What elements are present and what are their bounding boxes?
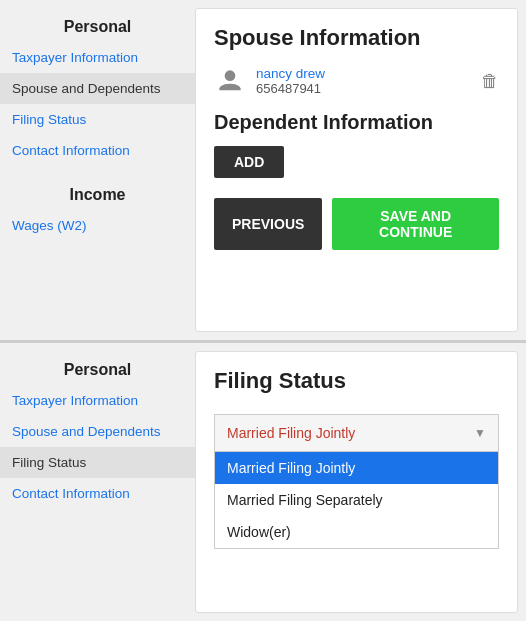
filing-status-title: Filing Status [214, 368, 499, 394]
dropdown-option-widow[interactable]: Widow(er) [215, 516, 498, 548]
spouse-phone: 656487941 [256, 81, 473, 96]
select-value: Married Filing Jointly [227, 425, 355, 441]
sidebar-bottom-spouse[interactable]: Spouse and Dependents [0, 416, 195, 447]
sidebar-bottom-filing[interactable]: Filing Status [0, 447, 195, 478]
dropdown-list: Married Filing Jointly Married Filing Se… [214, 452, 499, 549]
sidebar-bottom-taxpayer[interactable]: Taxpayer Information [0, 385, 195, 416]
sidebar-income-title: Income [0, 178, 195, 210]
spouse-panel: Spouse Information nancy drew 656487941 … [195, 8, 518, 332]
sidebar-top: Personal Taxpayer Information Spouse and… [0, 0, 195, 340]
chevron-down-icon: ▼ [474, 426, 486, 440]
sidebar-item-taxpayer-info[interactable]: Taxpayer Information [0, 42, 195, 73]
action-buttons: PREVIOUS SAVE AND CONTINUE [214, 198, 499, 250]
select-display[interactable]: Married Filing Jointly ▼ [214, 414, 499, 452]
save-continue-button[interactable]: SAVE AND CONTINUE [332, 198, 499, 250]
filing-status-panel: Filing Status Married Filing Jointly ▼ M… [195, 351, 518, 613]
sidebar-top-group-title: Personal [0, 10, 195, 42]
spouse-name: nancy drew [256, 66, 473, 81]
sidebar-bottom-group-title: Personal [0, 353, 195, 385]
dropdown-option-married-jointly[interactable]: Married Filing Jointly [215, 452, 498, 484]
spouse-info: nancy drew 656487941 [256, 66, 473, 96]
spouse-panel-title: Spouse Information [214, 25, 499, 51]
add-button[interactable]: ADD [214, 146, 284, 178]
dependent-title: Dependent Information [214, 111, 499, 134]
sidebar-bottom: Personal Taxpayer Information Spouse and… [0, 343, 195, 621]
filing-status-select[interactable]: Married Filing Jointly ▼ Married Filing … [214, 414, 499, 452]
spouse-row: nancy drew 656487941 🗑 [214, 65, 499, 97]
sidebar-item-wages[interactable]: Wages (W2) [0, 210, 195, 241]
sidebar-item-contact-info[interactable]: Contact Information [0, 135, 195, 166]
svg-point-0 [225, 70, 236, 81]
sidebar-bottom-contact[interactable]: Contact Information [0, 478, 195, 509]
dropdown-option-married-separately[interactable]: Married Filing Separately [215, 484, 498, 516]
previous-button[interactable]: PREVIOUS [214, 198, 322, 250]
sidebar-item-spouse-dependents[interactable]: Spouse and Dependents [0, 73, 195, 104]
delete-spouse-icon[interactable]: 🗑 [481, 71, 499, 92]
sidebar-item-filing-status[interactable]: Filing Status [0, 104, 195, 135]
person-icon [214, 65, 246, 97]
